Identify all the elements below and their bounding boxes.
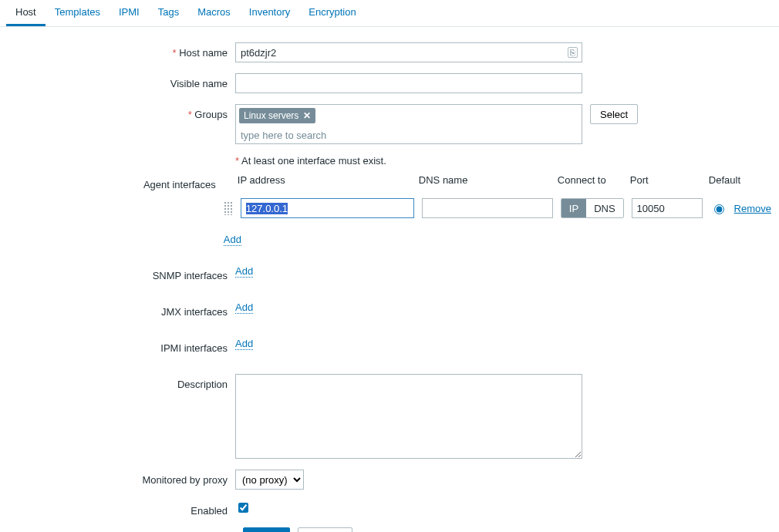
hostname-input[interactable] — [235, 42, 582, 62]
tab-ipmi[interactable]: IPMI — [110, 0, 149, 26]
agent-default-radio[interactable] — [714, 204, 724, 214]
tab-host[interactable]: Host — [6, 0, 46, 26]
tabs: Host Templates IPMI Tags Macros Inventor… — [0, 0, 779, 27]
description-textarea[interactable] — [235, 374, 582, 459]
interface-header: IP address DNS name Connect to Port Defa… — [224, 174, 740, 186]
tab-templates[interactable]: Templates — [46, 0, 110, 26]
tab-macros[interactable]: Macros — [188, 0, 240, 26]
drag-handle-icon[interactable] — [224, 201, 233, 215]
tab-tags[interactable]: Tags — [149, 0, 188, 26]
host-form: * Host name ⎘ Visible name * Groups Linu… — [0, 27, 779, 532]
label-monitored-by-proxy: Monitored by proxy — [8, 470, 235, 486]
tab-inventory[interactable]: Inventory — [240, 0, 299, 26]
snmp-add-link[interactable]: Add — [235, 265, 253, 278]
groups-multiselect[interactable]: Linux servers ✕ — [235, 104, 582, 144]
enabled-checkbox[interactable] — [238, 503, 248, 513]
agent-port-input[interactable] — [632, 198, 703, 218]
col-ip-address: IP address — [238, 174, 411, 186]
agent-dns-input[interactable] — [422, 198, 553, 218]
group-chip-remove-icon[interactable]: ✕ — [303, 110, 311, 121]
group-chip-label: Linux servers — [244, 110, 298, 121]
col-default: Default — [709, 174, 740, 186]
agent-interface-row: IP DNS Remove — [224, 198, 771, 218]
agent-ip-input[interactable] — [241, 198, 414, 218]
visible-name-input[interactable] — [235, 73, 582, 93]
col-connect-to: Connect to — [558, 174, 622, 186]
tab-encryption[interactable]: Encryption — [299, 0, 365, 26]
connect-to-toggle: IP DNS — [561, 198, 624, 218]
groups-search-input[interactable] — [239, 126, 578, 143]
label-visible-name: Visible name — [8, 73, 235, 89]
groups-select-button[interactable]: Select — [590, 104, 638, 124]
label-description: Description — [8, 374, 235, 390]
agent-add-link[interactable]: Add — [224, 234, 241, 246]
agent-remove-link[interactable]: Remove — [734, 203, 771, 214]
label-jmx-interfaces: JMX interfaces — [8, 301, 235, 318]
connect-ip-toggle[interactable]: IP — [561, 199, 586, 217]
label-agent-interfaces: Agent interfaces — [8, 174, 224, 190]
submit-add-button[interactable]: Add — [243, 527, 290, 532]
jmx-add-link[interactable]: Add — [235, 301, 253, 314]
label-host-name: * Host name — [8, 42, 235, 59]
ipmi-add-link[interactable]: Add — [235, 338, 253, 350]
connect-dns-toggle[interactable]: DNS — [586, 199, 622, 217]
label-groups: * Groups — [8, 104, 235, 120]
group-chip: Linux servers ✕ — [239, 108, 315, 123]
col-dns-name: DNS name — [419, 174, 550, 186]
proxy-select[interactable]: (no proxy) — [235, 470, 304, 490]
label-snmp-interfaces: SNMP interfaces — [8, 265, 235, 281]
label-enabled: Enabled — [8, 500, 235, 517]
cancel-button[interactable]: Cancel — [298, 527, 352, 532]
interface-required-hint: * At least one interface must exist. — [235, 155, 386, 167]
label-ipmi-interfaces: IPMI interfaces — [8, 338, 235, 354]
col-port: Port — [630, 174, 701, 186]
autofill-icon: ⎘ — [568, 47, 578, 58]
